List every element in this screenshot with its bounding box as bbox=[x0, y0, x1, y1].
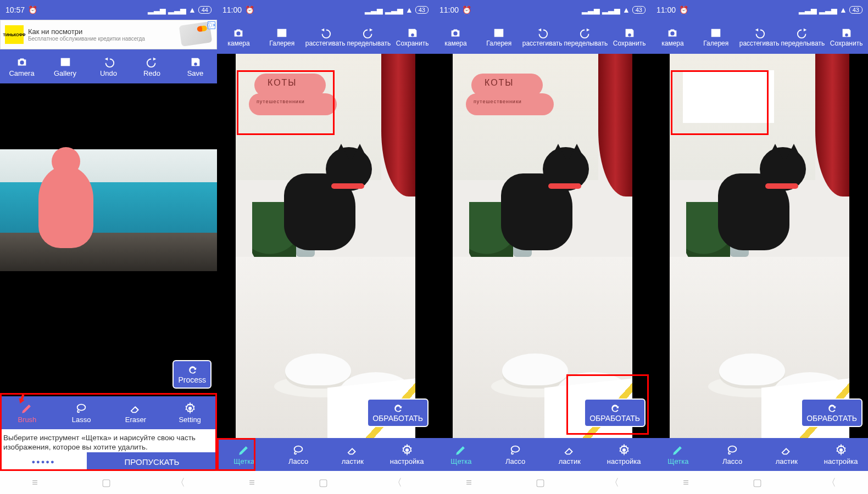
eraser-icon bbox=[130, 402, 142, 414]
camera-button[interactable]: камера bbox=[434, 20, 477, 54]
brush-selection-overlay: КОТЫ путешественники bbox=[249, 70, 340, 123]
battery-indicator: 43 bbox=[632, 6, 646, 14]
nav-recent-icon[interactable]: ≡ bbox=[249, 477, 255, 489]
nav-recent-icon[interactable]: ≡ bbox=[32, 477, 38, 489]
cat-image bbox=[496, 147, 594, 257]
nav-back-icon[interactable]: 〈 bbox=[609, 476, 619, 489]
redo-button[interactable]: переделывать bbox=[781, 20, 825, 54]
undo-button[interactable]: Undo bbox=[87, 49, 130, 83]
gallery-button[interactable]: Галерея bbox=[694, 20, 738, 54]
process-button[interactable]: ОБРАБОТАТЬ bbox=[367, 398, 429, 427]
svg-point-4 bbox=[511, 446, 520, 452]
brush-tool-button[interactable]: Щетка bbox=[434, 438, 488, 471]
refresh-icon bbox=[826, 403, 838, 414]
undo-icon bbox=[319, 27, 331, 39]
image-icon bbox=[493, 27, 505, 39]
cat-image bbox=[279, 147, 377, 257]
image-canvas[interactable]: ОБРАБОТАТЬ bbox=[651, 54, 868, 438]
save-button[interactable]: Сохранить bbox=[825, 20, 868, 54]
nav-home-icon[interactable]: ▢ bbox=[102, 476, 111, 489]
ad-banner[interactable]: ТИНЬКОФФ Как ни посмотри Бесплатное обсл… bbox=[0, 20, 217, 49]
lasso-tool-button[interactable]: Лассо bbox=[271, 438, 326, 471]
nav-home-icon[interactable]: ▢ bbox=[753, 476, 762, 489]
lasso-icon bbox=[75, 402, 87, 414]
save-button[interactable]: Save bbox=[174, 49, 217, 83]
save-button[interactable]: Сохранить bbox=[391, 20, 434, 54]
lasso-tool-button[interactable]: Лассо bbox=[705, 438, 760, 471]
brush-tool-button[interactable]: Щетка bbox=[217, 438, 271, 471]
nav-home-icon[interactable]: ▢ bbox=[536, 476, 545, 489]
wifi-icon: ▲ bbox=[622, 5, 630, 14]
image-icon bbox=[276, 27, 288, 39]
undo-button[interactable]: расстегивать bbox=[738, 20, 781, 54]
signal-icon: ▂▃▅ bbox=[799, 5, 817, 14]
top-toolbar: камера Галерея расстегивать переделывать… bbox=[651, 20, 868, 54]
redo-button[interactable]: переделывать bbox=[347, 20, 391, 54]
image-canvas[interactable]: КОТЫ путешественники ОБРАБОТАТЬ bbox=[217, 54, 434, 438]
undo-button[interactable]: расстегивать bbox=[304, 20, 347, 54]
undo-icon bbox=[753, 27, 765, 39]
nav-recent-icon[interactable]: ≡ bbox=[683, 477, 689, 489]
redo-button[interactable]: переделывать bbox=[564, 20, 608, 54]
gallery-button[interactable]: Галерея bbox=[260, 20, 304, 54]
eraser-tool-button[interactable]: ластик bbox=[760, 438, 814, 471]
status-time: 11:00 bbox=[222, 5, 242, 14]
tutorial-tip: Выберите инструмент «Щетка» и нарисуйте … bbox=[0, 429, 217, 452]
gallery-button[interactable]: Gallery bbox=[43, 49, 87, 83]
battery-indicator: 44 bbox=[198, 6, 212, 14]
image-canvas[interactable]: Process bbox=[0, 83, 217, 396]
nav-back-icon[interactable]: 〈 bbox=[175, 476, 185, 489]
lasso-icon bbox=[509, 444, 521, 456]
eraser-tool-button[interactable]: Eraser bbox=[109, 396, 163, 429]
camera-button[interactable]: камера bbox=[217, 20, 260, 54]
process-button[interactable]: Process bbox=[173, 360, 212, 389]
wifi-icon: ▲ bbox=[839, 5, 847, 14]
nav-home-icon[interactable]: ▢ bbox=[319, 476, 328, 489]
status-time: 11:00 bbox=[439, 5, 459, 14]
signal-icon: ▂▃▅ bbox=[582, 5, 600, 14]
undo-icon bbox=[103, 56, 115, 68]
save-icon bbox=[841, 27, 853, 39]
svg-point-6 bbox=[728, 446, 737, 452]
process-button[interactable]: ОБРАБОТАТЬ bbox=[584, 398, 646, 427]
skip-button[interactable]: ПРОПУСКАТЬ bbox=[87, 452, 217, 471]
screenshot-2: 11:00⏰ ▂▃▅▂▃▅▲43 камера Галерея расстеги… bbox=[217, 0, 434, 494]
top-toolbar: Camera Gallery Undo Redo Save bbox=[0, 49, 217, 83]
redo-button[interactable]: Redo bbox=[130, 49, 174, 83]
camera-button[interactable]: Camera bbox=[0, 49, 43, 83]
settings-button[interactable]: настройка bbox=[380, 438, 434, 471]
android-nav-bar: ≡ ▢ 〈 bbox=[0, 471, 217, 494]
brush-tool-button[interactable]: Щетка bbox=[651, 438, 705, 471]
signal-icon: ▂▃▅ bbox=[385, 5, 403, 14]
eraser-icon bbox=[781, 444, 793, 456]
eraser-icon bbox=[347, 444, 359, 456]
nav-back-icon[interactable]: 〈 bbox=[392, 476, 402, 489]
lasso-tool-button[interactable]: Лассо bbox=[488, 438, 543, 471]
image-canvas[interactable]: КОТЫ путешественники ОБРАБОТАТЬ bbox=[434, 54, 651, 438]
nav-recent-icon[interactable]: ≡ bbox=[466, 477, 472, 489]
status-time: 11:00 bbox=[656, 5, 676, 14]
save-button[interactable]: Сохранить bbox=[608, 20, 651, 54]
android-nav-bar: ≡▢〈 bbox=[217, 471, 434, 494]
eraser-tool-button[interactable]: ластик bbox=[543, 438, 597, 471]
screenshot-4: 11:00⏰ ▂▃▅▂▃▅▲43 камера Галерея расстеги… bbox=[651, 0, 868, 494]
settings-button[interactable]: Setting bbox=[163, 396, 217, 429]
gallery-button[interactable]: Галерея bbox=[477, 20, 521, 54]
alarm-icon: ⏰ bbox=[462, 5, 471, 14]
gear-icon bbox=[618, 444, 630, 456]
camera-icon bbox=[16, 56, 28, 68]
eraser-tool-button[interactable]: ластик bbox=[326, 438, 380, 471]
undo-button[interactable]: расстегивать bbox=[521, 20, 564, 54]
settings-button[interactable]: настройка bbox=[814, 438, 868, 471]
process-button[interactable]: ОБРАБОТАТЬ bbox=[801, 398, 863, 427]
signal-icon: ▂▃▅ bbox=[168, 5, 186, 14]
undo-icon bbox=[536, 27, 548, 39]
android-nav-bar: ≡▢〈 bbox=[651, 471, 868, 494]
lasso-tool-button[interactable]: Lasso bbox=[54, 396, 109, 429]
settings-button[interactable]: настройка bbox=[597, 438, 651, 471]
camera-icon bbox=[666, 27, 678, 39]
nav-back-icon[interactable]: 〈 bbox=[826, 476, 836, 489]
ad-close-icon[interactable]: ⓘ✕ bbox=[208, 21, 215, 29]
camera-button[interactable]: камера bbox=[651, 20, 694, 54]
cat-image bbox=[713, 147, 811, 257]
